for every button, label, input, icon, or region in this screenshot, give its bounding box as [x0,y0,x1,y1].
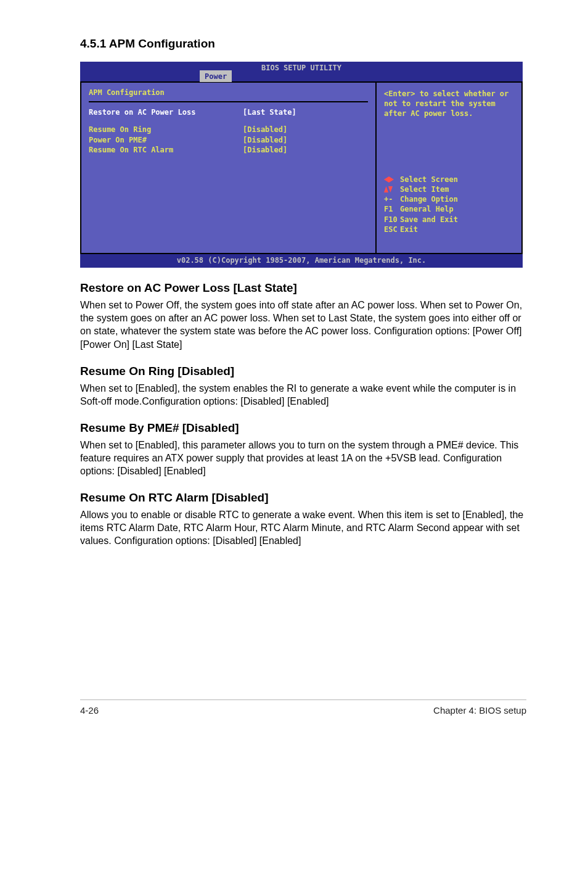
nav-exit: Exit [400,225,418,234]
bios-item-value: [Disabled] [243,145,287,155]
bios-divider [89,101,368,102]
bios-screenshot: BIOS SETUP UTILITY Power APM Configurati… [80,62,523,268]
svg-marker-0 [384,176,389,183]
svg-marker-3 [388,186,393,192]
svg-marker-1 [389,176,394,183]
bios-item-label: Resume On Ring [89,125,243,134]
bios-item-value: [Last State] [243,107,296,117]
chapter-label: Chapter 4: BIOS setup [433,705,526,716]
bios-item-resume-rtc: Resume On RTC Alarm [Disabled] [89,145,368,155]
paragraph-restore-ac: When set to Power Off, the system goes i… [80,299,526,350]
heading-resume-ring: Resume On Ring [Disabled] [80,365,526,378]
bios-right-panel: <Enter> to select whether or not to rest… [376,81,523,254]
heading-restore-ac: Restore on AC Power Loss [Last State] [80,281,526,295]
bios-nav-hints: Select Screen Select Item +- C [384,175,514,234]
bios-item-restore-ac: Restore on AC Power Loss [Last State] [89,107,368,117]
arrow-up-down-icon [384,186,400,192]
arrow-left-right-icon [384,176,400,183]
nav-key-plusminus: +- [384,194,400,204]
bios-item-label: Restore on AC Power Loss [89,107,243,117]
page-number: 4-26 [80,705,99,716]
bios-item-label: Resume On RTC Alarm [89,145,243,155]
paragraph-resume-rtc: Allows you to enable or disable RTC to g… [80,508,526,547]
bios-item-resume-ring: Resume On Ring [Disabled] [89,125,368,134]
nav-select-screen: Select Screen [400,175,458,184]
nav-select-item: Select Item [400,184,449,194]
bios-tab-power: Power [200,70,232,82]
bios-item-power-pme: Power On PME# [Disabled] [89,135,368,145]
nav-key-esc: ESC [384,225,400,234]
svg-marker-2 [384,186,388,192]
heading-resume-pme: Resume By PME# [Disabled] [80,421,526,435]
page-footer: 4-26 Chapter 4: BIOS setup [80,699,526,716]
bios-footer: v02.58 (C)Copyright 1985-2007, American … [80,254,523,268]
nav-key-f1: F1 [384,204,400,214]
bios-panel-title: APM Configuration [89,88,368,97]
bios-header-title: BIOS SETUP UTILITY [80,63,523,73]
nav-save-exit: Save and Exit [400,215,458,225]
nav-change-option: Change Option [400,194,458,204]
heading-resume-rtc: Resume On RTC Alarm [Disabled] [80,491,526,505]
bios-item-value: [Disabled] [243,135,287,145]
paragraph-resume-ring: When set to [Enabled], the system enable… [80,382,526,408]
nav-general-help: General Help [400,204,454,214]
bios-item-label: Power On PME# [89,135,243,145]
paragraph-resume-pme: When set to [Enabled], this parameter al… [80,439,526,477]
bios-help-text: <Enter> to select whether or not to rest… [384,89,514,119]
bios-header: BIOS SETUP UTILITY Power [80,62,523,81]
nav-key-f10: F10 [384,215,400,225]
bios-item-value: [Disabled] [243,125,287,134]
bios-left-panel: APM Configuration Restore on AC Power Lo… [80,81,376,254]
section-title: 4.5.1 APM Configuration [80,37,526,51]
